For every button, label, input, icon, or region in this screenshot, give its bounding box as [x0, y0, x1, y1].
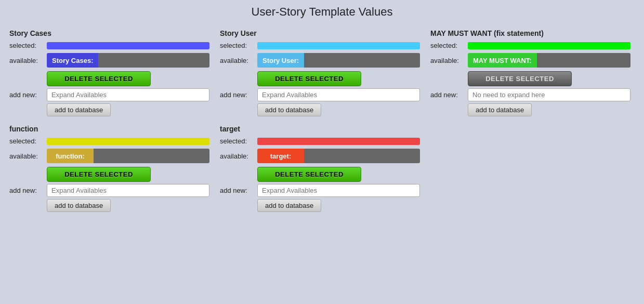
- add-db-row-story-user: add to database: [220, 103, 420, 116]
- selected-label-function: selected:: [9, 137, 47, 145]
- delete-btn-row-target: DELETE SELECTED: [220, 167, 420, 184]
- available-row-story-user: available: Story User:: [220, 53, 420, 68]
- delete-selected-btn-story-cases[interactable]: DELETE SELECTED: [47, 71, 151, 86]
- bottom-sections-grid: function selected: available: function: …: [6, 122, 638, 217]
- section-function-title: function: [9, 125, 209, 133]
- available-btn-may-must-want[interactable]: MAY MUST WANT:: [468, 53, 537, 68]
- selected-label-may-must-want: selected:: [430, 42, 468, 49]
- section-story-user-title: Story User: [220, 29, 420, 37]
- delete-selected-btn-function[interactable]: DELETE SELECTED: [47, 167, 151, 182]
- selected-bar-target: [257, 138, 420, 145]
- section-target: target selected: available: target: DELE…: [217, 122, 427, 217]
- available-btn-target[interactable]: target:: [257, 149, 304, 163]
- add-new-row-story-cases: add new:: [9, 88, 209, 101]
- available-label-may-must-want: available:: [430, 57, 468, 64]
- section-may-must-want-title: MAY MUST WANT (fix statement): [430, 29, 630, 37]
- available-row-function: available: function:: [9, 149, 209, 163]
- add-db-row-story-cases: add to database: [9, 103, 209, 116]
- add-new-input-story-cases[interactable]: [47, 88, 209, 101]
- add-to-database-btn-story-cases[interactable]: add to database: [47, 103, 111, 116]
- available-container-may-must-want: MAY MUST WANT:: [468, 53, 630, 68]
- section-target-title: target: [220, 125, 420, 133]
- section-function: function selected: available: function: …: [6, 122, 217, 217]
- selected-row-function: selected:: [9, 137, 209, 145]
- selected-label-target: selected:: [220, 137, 257, 145]
- section-empty-bottom: [427, 122, 638, 217]
- available-container-story-user: Story User:: [257, 53, 420, 68]
- section-story-cases-title: Story Cases: [9, 29, 209, 37]
- selected-row-target: selected:: [220, 137, 420, 145]
- add-db-row-may-must-want: add to database: [430, 103, 630, 116]
- available-gray-function: [94, 149, 209, 163]
- selected-bar-may-must-want: [468, 42, 630, 49]
- add-new-input-story-user[interactable]: [257, 88, 420, 101]
- available-container-story-cases: Story Cases:: [47, 53, 209, 68]
- selected-bar-story-cases: [47, 42, 209, 49]
- available-gray-story-user: [304, 53, 420, 68]
- page-wrapper: User-Story Template Values Story Cases s…: [0, 0, 644, 304]
- add-db-row-target: add to database: [220, 199, 420, 212]
- add-to-database-btn-story-user[interactable]: add to database: [257, 103, 321, 116]
- selected-bar-fill-may-must-want: [468, 42, 630, 49]
- add-db-row-function: add to database: [9, 199, 209, 212]
- add-to-database-btn-function[interactable]: add to database: [47, 199, 111, 212]
- available-gray-may-must-want: [537, 53, 630, 68]
- add-new-label-may-must-want: add new:: [430, 91, 468, 99]
- selected-row-story-cases: selected:: [9, 42, 209, 49]
- selected-label-story-user: selected:: [220, 42, 257, 49]
- available-btn-story-cases[interactable]: Story Cases:: [47, 53, 98, 68]
- delete-selected-btn-target[interactable]: DELETE SELECTED: [257, 167, 361, 182]
- top-sections-grid: Story Cases selected: available: Story C…: [6, 26, 638, 122]
- available-gray-target: [304, 149, 420, 163]
- add-new-row-may-must-want: add new:: [430, 88, 630, 101]
- available-container-function: function:: [47, 149, 209, 163]
- add-new-input-function[interactable]: [47, 184, 209, 197]
- selected-bar-story-user: [257, 42, 420, 49]
- selected-row-story-user: selected:: [220, 42, 420, 49]
- delete-btn-row-story-user: DELETE SELECTED: [220, 71, 420, 88]
- delete-selected-btn-story-user[interactable]: DELETE SELECTED: [257, 71, 361, 86]
- available-row-target: available: target:: [220, 149, 420, 163]
- available-btn-story-user[interactable]: Story User:: [257, 53, 304, 68]
- selected-bar-fill-target: [257, 138, 420, 145]
- add-new-label-function: add new:: [9, 187, 47, 194]
- section-story-user: Story User selected: available: Story Us…: [217, 26, 427, 122]
- delete-btn-row-function: DELETE SELECTED: [9, 167, 209, 184]
- delete-btn-row-story-cases: DELETE SELECTED: [9, 71, 209, 88]
- add-new-label-story-user: add new:: [220, 91, 257, 99]
- add-new-row-story-user: add new:: [220, 88, 420, 101]
- add-new-label-story-cases: add new:: [9, 91, 47, 99]
- available-label-target: available:: [220, 152, 257, 160]
- add-new-row-function: add new:: [9, 184, 209, 197]
- section-story-cases: Story Cases selected: available: Story C…: [6, 26, 217, 122]
- available-label-function: available:: [9, 152, 47, 160]
- selected-row-may-must-want: selected:: [430, 42, 630, 49]
- delete-btn-row-may-must-want: DELETE SELECTED: [430, 71, 630, 88]
- available-gray-story-cases: [98, 53, 209, 68]
- add-to-database-btn-target[interactable]: add to database: [257, 199, 321, 212]
- page-title: User-Story Template Values: [6, 5, 638, 19]
- selected-bar-fill-story-user: [257, 42, 420, 49]
- add-new-row-target: add new:: [220, 184, 420, 197]
- selected-bar-fill-story-cases: [47, 42, 209, 49]
- available-container-target: target:: [257, 149, 420, 163]
- available-label-story-cases: available:: [9, 57, 47, 64]
- add-new-label-target: add new:: [220, 187, 257, 194]
- selected-bar-fill-function: [47, 138, 209, 145]
- delete-selected-btn-may-must-want[interactable]: DELETE SELECTED: [468, 71, 572, 86]
- available-label-story-user: available:: [220, 57, 257, 64]
- add-new-input-target[interactable]: [257, 184, 420, 197]
- add-to-database-btn-may-must-want[interactable]: add to database: [468, 103, 532, 116]
- available-row-may-must-want: available: MAY MUST WANT:: [430, 53, 630, 68]
- section-may-must-want: MAY MUST WANT (fix statement) selected: …: [427, 26, 638, 122]
- selected-label-story-cases: selected:: [9, 42, 47, 49]
- available-row-story-cases: available: Story Cases:: [9, 53, 209, 68]
- available-btn-function[interactable]: function:: [47, 149, 94, 163]
- add-new-input-may-must-want[interactable]: [468, 88, 630, 101]
- selected-bar-function: [47, 138, 209, 145]
